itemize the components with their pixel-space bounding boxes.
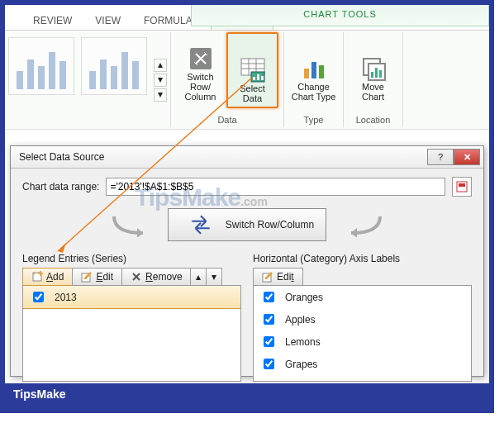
chart-style-thumb[interactable] [81,37,147,95]
categories-listbox[interactable]: Oranges Apples Lemons Grapes [253,285,472,382]
edit-series-button[interactable]: Edit [72,268,122,286]
list-item[interactable]: Apples [254,308,471,330]
page-footer: TipsMake [5,383,489,408]
move-chart-button[interactable]: Move Chart [349,32,397,105]
add-series-label: Add [46,271,64,283]
svg-rect-11 [311,62,316,78]
gallery-more[interactable]: ▾ [154,88,167,102]
series-name: 2013 [55,292,77,303]
add-icon [31,271,43,283]
switch-icon [188,45,214,72]
switch-row-column-button[interactable]: Switch Row/ Column [176,32,225,105]
svg-rect-17 [379,70,382,78]
range-selector-icon [456,181,468,192]
remove-series-button[interactable]: Remove [121,268,192,286]
ribbon-group-type: Change Chart Type Type [284,32,344,127]
svg-rect-15 [371,72,373,78]
list-item[interactable]: Oranges [254,286,471,308]
svg-rect-12 [319,65,324,78]
gallery-scroll-up[interactable]: ▴ [154,59,167,72]
svg-rect-16 [375,68,378,78]
change-chart-type-button[interactable]: Change Chart Type [289,32,338,105]
edit-icon [262,271,273,283]
range-selector-button[interactable] [452,177,472,197]
move-chart-icon [360,55,387,82]
series-checkbox[interactable] [33,292,44,302]
svg-rect-19 [459,183,465,187]
ribbon-body: ▴ ▾ ▾ Switch Row/ Column Select Data Dat… [5,31,489,130]
category-name: Grapes [285,359,317,370]
move-series-down-button[interactable]: ▾ [206,268,222,286]
arrow-left-icon [110,212,151,237]
axis-labels-label: Horizontal (Category) Axis Labels [253,253,472,264]
ribbon-group-type-label: Type [304,112,324,127]
category-checkbox[interactable] [264,359,274,369]
select-data-label: Select Data [240,83,265,103]
series-listbox[interactable]: 2013 [22,285,241,382]
ribbon-group-data: Switch Row/ Column Select Data Data [171,32,284,127]
switch-row-column-dialog-button[interactable]: Switch Row/Column [168,208,326,241]
change-chart-type-label: Change Chart Type [292,82,336,102]
svg-rect-9 [261,76,264,80]
legend-entries-label: Legend Entries (Series) [22,253,241,264]
select-data-source-dialog: Select Data Source ? ✕ TipsMake.com Char… [10,145,484,377]
ribbon-group-data-label: Data [217,112,236,127]
list-item[interactable]: Lemons [254,330,471,353]
ribbon-group-location: Move Chart Location [344,32,403,127]
contextual-tab-chart-tools: CHART TOOLS [191,0,489,26]
move-series-up-button[interactable]: ▴ [190,268,207,286]
chart-data-range-input[interactable] [106,178,445,196]
add-series-button[interactable]: Add [22,268,73,286]
svg-rect-8 [257,74,259,80]
svg-rect-10 [304,69,309,78]
chart-data-range-label: Chart data range: [22,181,99,192]
category-name: Apples [285,314,316,326]
tab-review[interactable]: REVIEW [21,10,83,30]
remove-series-label: Remove [145,271,183,283]
select-data-icon [240,57,266,83]
dialog-close-button[interactable]: ✕ [454,149,480,165]
category-checkbox[interactable] [264,336,274,347]
arrow-right-icon [343,212,384,237]
dialog-titlebar[interactable]: Select Data Source ? ✕ [11,146,483,169]
switch-row-column-label: Switch Row/ Column [178,72,223,102]
category-name: Oranges [285,292,323,303]
edit-axis-label: Edit [277,271,294,283]
edit-axis-button[interactable]: Edit [253,268,303,286]
select-data-button[interactable]: Select Data [226,32,278,108]
tab-view[interactable]: VIEW [83,10,132,30]
dialog-title: Select Data Source [19,151,104,163]
category-name: Lemons [285,336,321,348]
category-checkbox[interactable] [264,314,274,325]
switch-row-column-dialog-label: Switch Row/Column [226,219,314,231]
chart-type-icon [301,55,327,82]
dialog-help-button[interactable]: ? [427,149,454,165]
svg-rect-7 [253,77,255,80]
list-item[interactable]: 2013 [22,285,241,309]
category-checkbox[interactable] [264,292,274,302]
move-chart-label: Move Chart [362,82,384,102]
edit-series-label: Edit [96,271,113,283]
gallery-scroll-down[interactable]: ▾ [154,74,167,87]
switch-small-icon [180,212,221,237]
edit-icon [81,271,93,283]
remove-icon [131,271,142,283]
list-item[interactable]: Grapes [254,353,471,375]
ribbon-group-location-label: Location [356,112,391,127]
chart-style-thumb[interactable] [8,37,74,95]
